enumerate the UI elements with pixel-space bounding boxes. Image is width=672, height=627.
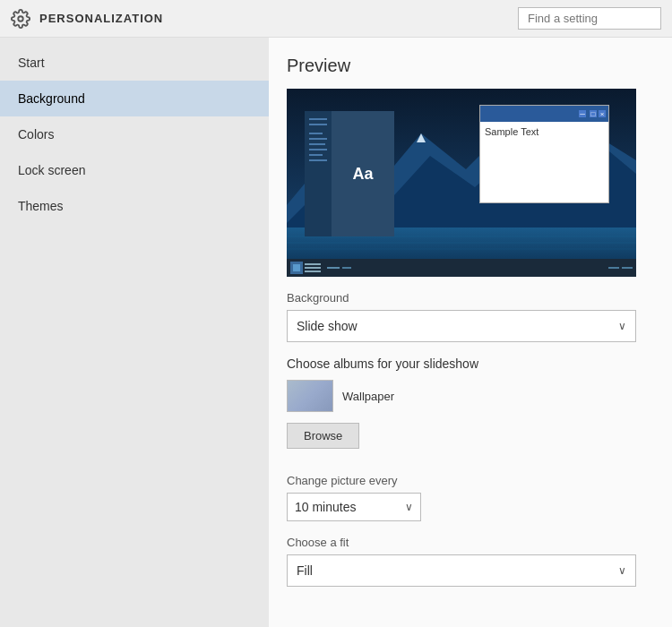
sidebar-item-lock-screen[interactable]: Lock screen bbox=[0, 152, 269, 188]
change-picture-value: 10 minutes bbox=[295, 500, 356, 514]
title-bar-left: PERSONALIZATION bbox=[11, 9, 163, 29]
page-title: Preview bbox=[287, 56, 650, 76]
sidebar-item-label: Lock screen bbox=[18, 163, 85, 177]
change-picture-label: Change picture every bbox=[287, 474, 650, 487]
preview-window-bar: ─ □ × bbox=[480, 106, 608, 122]
title-bar: PERSONALIZATION bbox=[0, 0, 672, 38]
main-layout: Start Background Colors Lock screen Them… bbox=[0, 38, 672, 627]
sidebar-item-colors[interactable]: Colors bbox=[0, 116, 269, 152]
preview-container: Aa ─ □ × Sample Text bbox=[287, 89, 636, 277]
wallpaper-item: Wallpaper bbox=[287, 380, 650, 412]
background-dropdown[interactable]: Slide show ∨ bbox=[287, 310, 636, 342]
preview-aa-text: Aa bbox=[352, 165, 373, 184]
sidebar-item-background[interactable]: Background bbox=[0, 81, 269, 116]
albums-title: Choose albums for your slideshow bbox=[287, 356, 650, 371]
gear-icon bbox=[11, 9, 30, 29]
search-input[interactable] bbox=[518, 7, 661, 30]
sidebar-item-label: Colors bbox=[18, 127, 54, 142]
change-picture-chevron-icon: ∨ bbox=[405, 501, 413, 513]
preview-taskbar bbox=[287, 259, 636, 277]
content-area: Preview bbox=[269, 38, 672, 627]
fit-dropdown[interactable]: Fill ∨ bbox=[287, 554, 636, 587]
sidebar-item-themes[interactable]: Themes bbox=[0, 188, 269, 224]
sidebar-item-label: Background bbox=[18, 91, 85, 106]
fit-dropdown-chevron-icon: ∨ bbox=[618, 564, 626, 577]
sidebar-item-label: Start bbox=[18, 56, 45, 70]
preview-file-window: Aa bbox=[305, 111, 394, 236]
wallpaper-thumbnail bbox=[287, 380, 333, 412]
dropdown-chevron-icon: ∨ bbox=[618, 320, 626, 332]
sidebar-item-start[interactable]: Start bbox=[0, 45, 269, 81]
background-label: Background bbox=[287, 291, 650, 305]
change-picture-dropdown[interactable]: 10 minutes ∨ bbox=[287, 493, 421, 521]
svg-point-0 bbox=[18, 16, 23, 21]
choose-fit-label: Choose a fit bbox=[287, 536, 650, 549]
fit-dropdown-value: Fill bbox=[297, 563, 313, 578]
background-dropdown-value: Slide show bbox=[297, 319, 358, 333]
preview-text-window: ─ □ × Sample Text bbox=[479, 105, 609, 203]
preview-sample-text: Sample Text bbox=[480, 122, 608, 142]
sidebar: Start Background Colors Lock screen Them… bbox=[0, 38, 269, 627]
browse-button[interactable]: Browse bbox=[287, 423, 359, 449]
sidebar-item-label: Themes bbox=[18, 199, 64, 213]
wallpaper-name: Wallpaper bbox=[342, 390, 394, 403]
app-title: PERSONALIZATION bbox=[39, 12, 163, 25]
